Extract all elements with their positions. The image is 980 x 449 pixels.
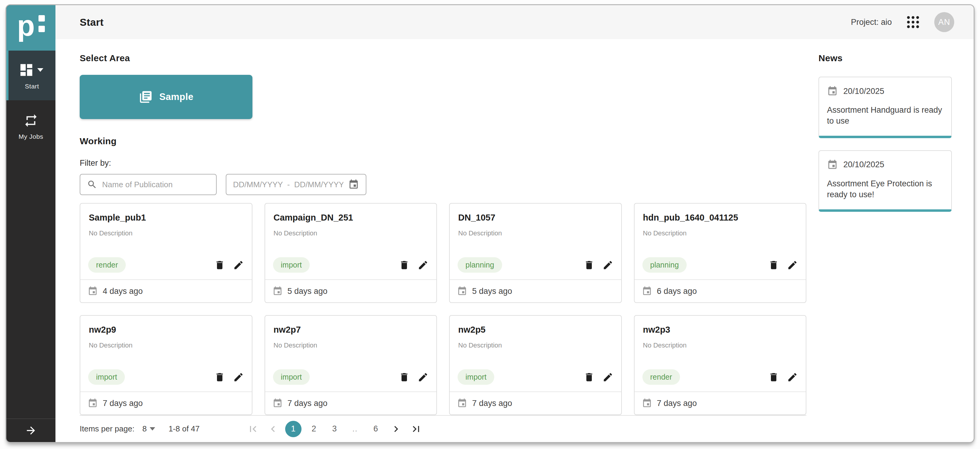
date-range-box [226, 174, 366, 195]
working-heading: Working [80, 136, 807, 146]
page-button-2[interactable]: 2 [306, 421, 322, 437]
publication-description: No Description [450, 335, 621, 349]
status-badge: planning [458, 257, 502, 273]
publication-title: Sample_pub1 [80, 204, 252, 223]
updated-label: 5 days ago [472, 287, 512, 296]
news-date: 20/10/2025 [843, 87, 884, 96]
calendar-icon [88, 286, 98, 296]
publication-title: nw2p5 [450, 316, 621, 335]
first-page-button[interactable] [245, 421, 261, 437]
delete-button[interactable] [214, 260, 225, 271]
updated-label: 7 days ago [472, 399, 512, 408]
publication-title: hdn_pub_1640_041125 [635, 204, 806, 223]
sidebar-item-label: Start [25, 83, 39, 90]
repeat-icon [23, 113, 38, 128]
publication-description: No Description [265, 335, 437, 349]
delete-button[interactable] [768, 372, 779, 383]
last-page-button[interactable] [408, 421, 424, 437]
edit-button[interactable] [787, 372, 798, 383]
updated-label: 7 days ago [103, 399, 143, 408]
status-badge: render [643, 369, 680, 385]
publication-title: nw2p9 [80, 316, 252, 335]
edit-button[interactable] [418, 260, 428, 271]
updated-label: 4 days ago [103, 287, 143, 296]
news-card: 20/10/2025 Assortment Eye Protection is … [818, 150, 952, 212]
publication-description: No Description [635, 335, 806, 349]
page-button-6[interactable]: 6 [368, 421, 384, 437]
calendar-icon[interactable] [348, 179, 359, 190]
date-range-input[interactable] [233, 180, 343, 189]
chevron-down-icon [37, 68, 43, 72]
delete-button[interactable] [584, 260, 595, 271]
items-per-page-label: Items per page: [80, 424, 135, 433]
page-range-label: 1-8 of 47 [169, 424, 200, 433]
main-area: Select Area Sample Working Filter by: [80, 53, 807, 442]
publication-card[interactable]: nw2p7 No Description import 7 days ago [264, 315, 437, 415]
publication-card[interactable]: DN_1057 No Description planning 5 days a… [449, 203, 622, 303]
page-button-1[interactable]: 1 [285, 421, 302, 437]
news-panel: News 20/10/2025 Assortment Handguard is … [818, 53, 952, 442]
publication-description: No Description [80, 223, 252, 237]
delete-button[interactable] [768, 260, 779, 271]
sidebar-item-my-jobs[interactable]: My Jobs [6, 100, 56, 151]
sidebar-collapse-toggle[interactable] [6, 419, 56, 442]
publication-title: nw2p7 [265, 316, 437, 335]
delete-button[interactable] [399, 260, 410, 271]
next-page-button[interactable] [388, 421, 404, 437]
status-badge: import [273, 369, 310, 385]
status-badge: planning [643, 257, 687, 273]
avatar[interactable]: AN [934, 12, 954, 32]
search-input[interactable] [102, 180, 209, 189]
updated-label: 5 days ago [288, 287, 328, 296]
publication-description: No Description [635, 223, 806, 237]
project-label: Project: aio [851, 18, 892, 27]
status-badge: import [273, 257, 310, 273]
publication-card[interactable]: Campaign_DN_251 No Description import 5 … [264, 203, 437, 303]
calendar-icon [457, 286, 467, 296]
sidebar-item-start[interactable]: Start [6, 51, 56, 100]
p-logo-icon: p [17, 16, 45, 40]
publication-description: No Description [450, 223, 621, 237]
edit-button[interactable] [233, 260, 244, 271]
publication-description: No Description [80, 335, 252, 349]
filter-by-label: Filter by: [80, 158, 807, 168]
publication-card[interactable]: hdn_pub_1640_041125 No Description plann… [634, 203, 807, 303]
brand-logo[interactable]: p [6, 5, 56, 51]
previous-page-button[interactable] [265, 421, 281, 437]
calendar-icon [642, 398, 652, 408]
news-text: Assortment Handguard is ready to use [827, 105, 943, 127]
publication-title: Campaign_DN_251 [265, 204, 437, 223]
calendar-icon [827, 159, 838, 170]
edit-button[interactable] [233, 372, 244, 383]
calendar-icon [642, 286, 652, 296]
edit-button[interactable] [787, 260, 798, 271]
select-area-heading: Select Area [80, 53, 807, 63]
paginator: Items per page: 8 1-8 of 47 [80, 415, 807, 442]
apps-grid-icon[interactable] [905, 14, 921, 30]
publication-cards-grid: Sample_pub1 No Description render 4 days… [80, 203, 807, 415]
calendar-icon [272, 286, 283, 296]
search-icon [87, 179, 97, 189]
items-per-page-select[interactable]: 8 [142, 424, 155, 433]
page-title: Start [80, 16, 103, 28]
sidebar: p Start My Jobs [6, 5, 56, 442]
publication-card[interactable]: nw2p5 No Description import 7 days ago [449, 315, 622, 415]
sample-area-button[interactable]: Sample [80, 75, 253, 119]
updated-label: 6 days ago [657, 287, 697, 296]
publication-card[interactable]: nw2p9 No Description import 7 days ago [80, 315, 253, 415]
publication-card[interactable]: nw2p3 No Description render 7 days ago [634, 315, 807, 415]
app-window: p Start My Jobs [5, 4, 975, 443]
edit-button[interactable] [603, 372, 613, 383]
edit-button[interactable] [418, 372, 428, 383]
publication-card[interactable]: Sample_pub1 No Description render 4 days… [80, 203, 253, 303]
delete-button[interactable] [399, 372, 410, 383]
delete-button[interactable] [214, 372, 225, 383]
page-button-3[interactable]: 3 [326, 421, 343, 437]
sidebar-item-label: My Jobs [19, 133, 43, 140]
chevron-down-icon [150, 427, 155, 430]
status-badge: import [458, 369, 494, 385]
page-ellipsis: .. [347, 421, 363, 437]
delete-button[interactable] [584, 372, 595, 383]
edit-button[interactable] [603, 260, 613, 271]
news-text: Assortment Eye Protection is ready to us… [827, 178, 943, 200]
